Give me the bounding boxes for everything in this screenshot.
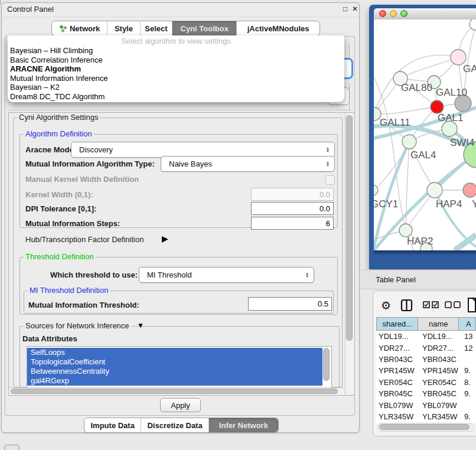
table-row[interactable]: YBR043C YBR043C <box>376 354 476 365</box>
dpi-tolerance-field[interactable] <box>251 202 334 215</box>
data-attributes-label: Data Attributes <box>22 334 77 343</box>
dpi-tolerance-label: DPI Tolerance [0,1]: <box>25 204 96 213</box>
canvas-shadow <box>374 250 476 255</box>
mi-steps-field[interactable] <box>251 217 334 230</box>
tab-discretize-data[interactable]: Discretize Data <box>141 418 208 432</box>
unchecked-pair-icon[interactable] <box>445 301 461 309</box>
column-header-partial[interactable]: A <box>459 317 476 331</box>
checked-pair-icon[interactable] <box>423 301 439 309</box>
zoom-traffic-light[interactable] <box>400 10 407 17</box>
hidden-divider <box>8 110 353 110</box>
list-scrollbar-thumb[interactable] <box>323 348 330 381</box>
network-graph: GAL GAL80 GAL10 GAL1 GAL11 SWI4 GAL4 GCY… <box>374 19 476 250</box>
node-label: SWI4 <box>450 137 475 148</box>
table-rows: YDL19... YDL19... 13 YDR27... YDR27... 1… <box>376 331 476 423</box>
which-threshold-combobox[interactable]: MI Threshold ▲▼ <box>139 267 314 283</box>
table-row[interactable]: YBR045C YBR045C 9. <box>376 388 476 399</box>
combo-arrows-icon: ▲▼ <box>324 147 334 153</box>
float-panel-icon[interactable]: □ <box>343 5 347 13</box>
algorithm-definition-title: Algorithm Definition <box>24 130 94 138</box>
tab-style[interactable]: Style <box>107 21 141 35</box>
network-node-hap2[interactable] <box>399 224 412 237</box>
table-row[interactable]: YLR345W YLR345W 9. <box>376 411 476 422</box>
mi-threshold-field[interactable] <box>248 297 332 311</box>
tab-network[interactable]: Network <box>52 21 107 35</box>
mi-threshold-group-title: MI Threshold Definition <box>28 286 110 294</box>
mi-type-combobox[interactable]: Naive Bayes ▲▼ <box>161 156 335 172</box>
tab-cyni-toolbox[interactable]: Cyni Toolbox <box>172 21 237 35</box>
gear-icon[interactable]: ⚙ <box>381 299 391 312</box>
close-traffic-light[interactable] <box>379 10 386 17</box>
algorithm-option[interactable]: Bayesian – K2 <box>8 83 344 92</box>
network-node-red[interactable] <box>431 100 444 113</box>
settings-vscrollbar-thumb[interactable] <box>346 115 353 341</box>
aracne-mode-combobox[interactable]: Discovery ▲▼ <box>71 142 335 158</box>
close-panel-icon[interactable]: ✕ <box>352 5 358 13</box>
settings-hscrollbar-thumb[interactable] <box>11 389 338 394</box>
algorithm-option[interactable]: Bayesian – Hill Climbing <box>8 46 344 56</box>
tab-infer-network[interactable]: Infer Network <box>209 418 278 432</box>
network-icon <box>59 25 67 32</box>
collapse-arrow-icon[interactable]: ▼ <box>137 321 144 330</box>
sources-title: Sources for Network Inference <box>24 322 131 330</box>
node-label: GAL10 <box>436 87 467 98</box>
table-row[interactable]: YDL19... YDL19... 13 <box>376 331 476 342</box>
table-header-row: shared... name A <box>376 317 476 331</box>
network-window-titlebar[interactable] <box>374 8 476 20</box>
expander-arrow-icon[interactable]: ▶ <box>162 234 168 243</box>
titlebar-divider <box>1 17 358 17</box>
node-label: HAP4 <box>436 198 462 210</box>
minimize-traffic-light[interactable] <box>390 10 397 17</box>
tab-impute-data[interactable]: Impute Data <box>84 418 141 432</box>
node-label: GAL4 <box>410 149 436 161</box>
combo-arrows-icon: ▲▼ <box>303 272 314 278</box>
mi-steps-label: Mutual Information Steps: <box>25 219 120 228</box>
table-row[interactable]: YDR27... YDR27... 12 <box>376 342 476 353</box>
algorithm-option[interactable]: Mutual Information Inference <box>8 74 344 83</box>
mi-threshold-label: Mutual Information Threshold: <box>28 301 139 309</box>
table-row[interactable]: YBL079W YBL079W <box>376 399 476 410</box>
attribute-item[interactable]: gal4RGexp <box>27 376 322 386</box>
table-panel-header: Table Panel <box>360 270 476 289</box>
network-node-gcy1[interactable] <box>374 185 378 195</box>
data-attributes-list[interactable]: SelfLoops TopologicalCoefficient Between… <box>27 346 332 389</box>
document-icon[interactable] <box>467 296 476 313</box>
tab-select[interactable]: Select <box>141 21 173 35</box>
which-threshold-label: Which threshold to use: <box>50 270 138 279</box>
kernel-width-label: Kernel Width (0,1): <box>25 190 93 199</box>
mi-type-label: Mutual Information Algorithm Type: <box>25 159 155 168</box>
tab-network-label: Network <box>70 24 100 33</box>
column-header-shared-name[interactable]: shared... <box>376 317 418 331</box>
cyni-algorithm-settings-title: Cyni Algorithm Settings <box>17 113 100 121</box>
attribute-item[interactable]: SelfLoops <box>27 348 322 357</box>
manual-kernel-checkbox[interactable] <box>325 175 335 185</box>
node-label: GAL <box>463 63 476 74</box>
tab-jactivemnodules[interactable]: jActiveMNodules <box>237 21 319 35</box>
control-panel-tabbar: Network Style Select Cyni Toolbox jActiv… <box>51 21 320 36</box>
kernel-width-field[interactable] <box>251 188 334 201</box>
algorithm-option[interactable]: Basic Correlation Inference <box>8 56 344 65</box>
algorithm-dropdown-hint: Select algorithm to view settings <box>8 35 344 46</box>
attribute-item[interactable]: TopologicalCoefficient <box>27 357 322 367</box>
application-root: Control Panel □ ✕ Network Style Select C… <box>0 0 476 450</box>
node-label: GCY1 <box>374 198 398 210</box>
table-row[interactable]: YPR145W YPR145W 9. <box>376 365 476 376</box>
hub-definition-label[interactable]: Hub/Transcription Factor Definition <box>25 235 144 244</box>
algorithm-option[interactable]: Dream8 DC_TDC Algorithm <box>8 92 344 102</box>
node-label: Y <box>472 198 476 210</box>
network-node-hap4[interactable] <box>427 182 442 198</box>
combo-arrows-icon: ▲▼ <box>324 161 334 167</box>
apply-button[interactable]: Apply <box>160 398 201 412</box>
teal-edges <box>374 107 476 250</box>
partial-toolbar-button[interactable] <box>4 445 19 450</box>
table-row[interactable]: YER054C YER054C 8. <box>376 377 476 388</box>
network-node-salmon[interactable] <box>463 183 476 197</box>
attribute-item[interactable]: BetweennessCentrality <box>27 367 322 376</box>
node-label: GAL1 <box>438 112 463 123</box>
column-header-name[interactable]: name <box>418 317 459 331</box>
cyni-bottom-tabbar: Impute Data Discretize Data Infer Networ… <box>84 418 279 433</box>
network-node-gal4[interactable] <box>402 135 416 149</box>
algorithm-option-selected[interactable]: ARACNE Algorithm <box>8 64 344 74</box>
split-columns-icon[interactable] <box>400 299 413 312</box>
table-hscrollbar-thumb[interactable] <box>379 424 470 430</box>
